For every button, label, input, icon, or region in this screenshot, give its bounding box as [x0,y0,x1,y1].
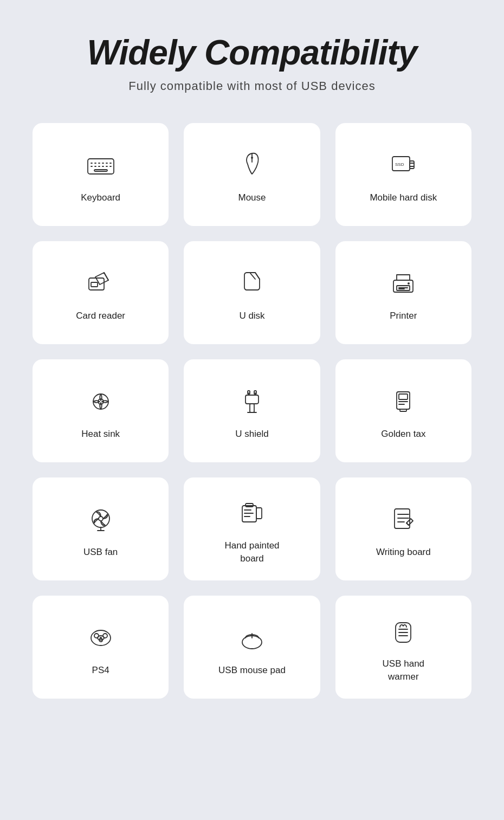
card-card-reader: Card reader [33,241,169,344]
svg-point-46 [99,516,103,521]
svg-rect-23 [91,282,98,287]
card-reader-icon [85,267,117,300]
keyboard-label: Keyboard [81,191,120,204]
svg-rect-38 [250,404,254,412]
hand-painted-board-icon [236,497,268,530]
page-subtitle: Fully compatible with most of USB device… [128,79,376,93]
svg-point-30 [408,282,410,285]
svg-point-31 [93,394,108,409]
card-mouse: Mouse [184,123,320,226]
svg-point-15 [251,157,253,159]
svg-rect-18 [410,161,414,169]
svg-rect-50 [245,503,253,507]
svg-line-59 [406,523,409,525]
card-u-disk: U disk [184,241,320,344]
svg-line-25 [255,273,260,279]
usb-mouse-pad-icon [236,622,268,654]
ps4-icon [85,622,117,654]
card-usb-mouse-pad: USB mouse pad [184,596,320,699]
hdd-label: Mobile hard disk [370,191,437,204]
card-u-shield: U shield [184,359,320,462]
card-keyboard: Keyboard [33,123,169,226]
hand-painted-board-label: Hand painted board [224,539,279,565]
card-hand-painted-board: Hand painted board [184,477,320,580]
usb-hand-warmer-icon [387,615,419,648]
golden-tax-icon [387,385,419,418]
svg-rect-44 [400,409,406,411]
mouse-label: Mouse [238,191,266,204]
heat-sink-label: Heat sink [81,428,120,441]
svg-rect-41 [399,394,408,399]
card-reader-label: Card reader [76,309,125,322]
svg-text:SSD: SSD [395,162,404,167]
usb-fan-label: USB fan [83,546,118,559]
svg-line-24 [250,273,255,279]
page-title: Widely Compatibility [87,33,417,73]
card-printer: Printer [335,241,471,344]
keyboard-icon [85,149,117,182]
u-disk-label: U disk [239,309,264,322]
card-ps4: PS4 [33,596,169,699]
svg-rect-49 [242,506,256,522]
printer-icon [387,267,419,300]
svg-point-45 [92,510,109,527]
writing-board-label: Writing board [376,546,431,559]
svg-rect-55 [395,509,410,528]
svg-rect-33 [245,395,259,404]
mouse-icon [236,149,268,182]
card-hdd: SSD Mobile hard disk [335,123,471,226]
svg-line-22 [104,273,108,280]
u-disk-icon [236,267,268,300]
writing-board-icon [387,503,419,536]
svg-rect-13 [94,170,107,171]
printer-label: Printer [390,309,417,322]
card-heat-sink: Heat sink [33,359,169,462]
usb-fan-icon [85,503,117,536]
card-usb-fan: USB fan [33,477,169,580]
usb-mouse-pad-label: USB mouse pad [218,664,286,677]
svg-rect-51 [256,508,262,519]
golden-tax-label: Golden tax [381,428,425,441]
card-writing-board: Writing board [335,477,471,580]
u-shield-icon [236,385,268,418]
heat-sink-icon [85,385,117,418]
card-golden-tax: Golden tax [335,359,471,462]
usb-hand-warmer-label: USB hand warmer [383,657,425,683]
svg-point-65 [100,637,102,639]
ps4-label: PS4 [92,664,109,677]
items-grid: Keyboard Mouse SSD Mobile hard disk Card… [33,123,471,699]
hdd-icon: SSD [387,149,419,182]
u-shield-label: U shield [235,428,268,441]
card-usb-hand-warmer: USB hand warmer [335,596,471,699]
